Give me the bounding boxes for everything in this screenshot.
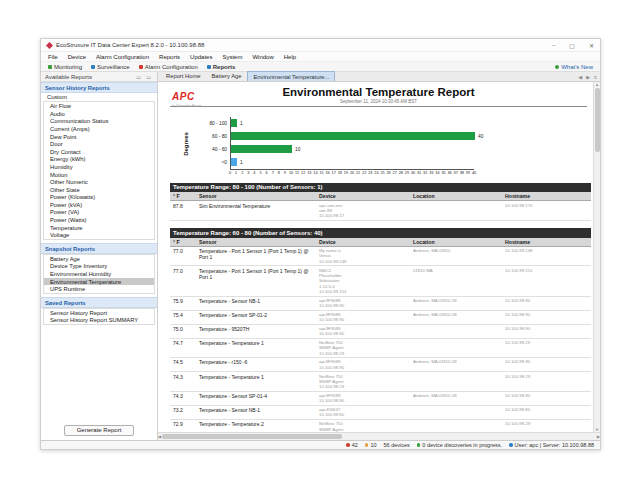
menu-item-reports[interactable]: Reports bbox=[159, 54, 180, 60]
cell-hostname: 10.100.98.90 bbox=[502, 326, 591, 331]
temperature-range-table: Temperature Range: 60 - 80 (Number of Se… bbox=[170, 228, 591, 432]
sidebar-item-battery-age[interactable]: Battery Age bbox=[44, 255, 154, 263]
status-text: 42 bbox=[352, 442, 358, 448]
scroll-up-icon[interactable]: ▲ bbox=[595, 82, 599, 87]
report-menu-icon[interactable]: ≡ bbox=[594, 74, 597, 80]
tab-environmental-temperature-[interactable]: Environmental Temperature... bbox=[247, 71, 335, 81]
column-header-device[interactable]: Device bbox=[316, 193, 410, 199]
generate-report-button[interactable]: Generate Report bbox=[64, 425, 135, 436]
vertical-scrollbar[interactable]: ▲ ▼ bbox=[593, 82, 600, 432]
column-header-device[interactable]: Device bbox=[316, 239, 410, 245]
sidebar-item-voltage[interactable]: Voltage bbox=[44, 231, 154, 239]
chart-bar-track: 1 bbox=[230, 156, 474, 169]
cell-device: apc-sim-env sim-98 10.100.98.17 bbox=[316, 203, 410, 219]
sidebar-item-other-state[interactable]: Other State bbox=[44, 186, 154, 194]
chart-bar-row: 40 - 6010 bbox=[200, 143, 490, 156]
horizontal-scrollbar[interactable]: ◀ ▶ bbox=[158, 432, 600, 440]
report-nav-back-icon[interactable]: ◀ bbox=[578, 74, 582, 80]
report-nav-forward-icon[interactable]: ▶ bbox=[586, 74, 590, 80]
horizontal-scroll-thumb[interactable] bbox=[162, 434, 342, 439]
sidebar-item-audio[interactable]: Audio bbox=[44, 110, 154, 118]
sidebar-item-current--amps-[interactable]: Current (Amps) bbox=[44, 125, 154, 133]
menu-item-updates[interactable]: Updates bbox=[190, 54, 212, 60]
sidebar-item-temperature[interactable]: Temperature bbox=[44, 224, 154, 232]
sidebar-item-environmental-humidity[interactable]: Environmental Humidity bbox=[44, 270, 154, 278]
chart-x-tick: 20 bbox=[350, 171, 354, 175]
report-date: September 11, 2024 10:30:45 AM BST bbox=[170, 99, 587, 104]
cell-device: apc9F9089 10.100.98.90 bbox=[316, 359, 410, 370]
menu-item-alarm-configuration[interactable]: Alarm Configuration bbox=[96, 54, 149, 60]
sidebar-item-ups-runtime[interactable]: UPS Runtime bbox=[44, 285, 154, 293]
sidebar-item-power--kilowatts-[interactable]: Power (Kilowatts) bbox=[44, 194, 154, 202]
sidebar-item-air-flow[interactable]: Air Flow bbox=[44, 102, 154, 110]
cell-sensor: Temperature - Sensor SP-01-4 bbox=[196, 393, 316, 399]
cell-location: Andover, MA 01810-58 bbox=[410, 359, 502, 364]
status-segment: 10 bbox=[365, 442, 377, 448]
cell-location: Andover, MA 01810-58 bbox=[410, 393, 502, 398]
vertical-scroll-thumb[interactable] bbox=[595, 88, 600, 152]
table-row: 74.3Temperature - Temperature 1NetBotz 7… bbox=[170, 372, 591, 391]
column-header-f[interactable]: ° F bbox=[170, 239, 196, 245]
temperature-bar-chart: Degrees 80 - 100160 - 804040 - 6010<01 0… bbox=[200, 117, 490, 176]
column-header-hostname[interactable]: Hostname bbox=[502, 193, 591, 199]
sidebar-item-custom[interactable]: Custom bbox=[41, 93, 157, 101]
perspective-tab-surveillance[interactable]: Surveillance bbox=[91, 64, 130, 70]
column-header-sensor[interactable]: Sensor bbox=[196, 193, 316, 199]
chart-x-tick: 11 bbox=[295, 171, 299, 175]
cell-hostname: 10.100.98.80 bbox=[502, 407, 591, 412]
table-row: 72.9Temperature - Temperature 2NetBotz 7… bbox=[170, 420, 591, 432]
status-dot-icon bbox=[365, 443, 369, 447]
perspective-tab-monitoring[interactable]: Monitoring bbox=[48, 64, 82, 70]
close-icon[interactable]: ✕ bbox=[589, 42, 594, 49]
maximize-icon[interactable]: ▢ bbox=[569, 42, 575, 49]
cell-hostname: 10.100.98.29 bbox=[502, 421, 591, 426]
sidebar-item-other-numeric[interactable]: Other Numeric bbox=[44, 178, 154, 186]
perspective-tab-label: Reports bbox=[213, 64, 236, 70]
tab-report-home[interactable]: Report Home bbox=[161, 71, 205, 81]
sidebar-item-communication-status[interactable]: Communication Status bbox=[44, 118, 154, 126]
sidebar-item-power--va-[interactable]: Power (VA) bbox=[44, 209, 154, 217]
menu-item-system[interactable]: System bbox=[222, 54, 242, 60]
menu-item-device[interactable]: Device bbox=[68, 54, 86, 60]
sidebar-item-sensor-history-report[interactable]: Sensor History Report bbox=[44, 309, 154, 317]
sidebar-item-device-type-inventory[interactable]: Device Type Inventory bbox=[44, 263, 154, 271]
chart-x-tick: 18 bbox=[338, 171, 342, 175]
report-header: APC by Schneider Electric Environmental … bbox=[170, 86, 587, 107]
table-row: 75.9Temperature - Sensor NB-1apc9F9089 1… bbox=[170, 297, 591, 311]
menu-item-file[interactable]: File bbox=[48, 54, 58, 60]
sidebar-item-door[interactable]: Door bbox=[44, 140, 154, 148]
status-segment: 0 device discoveries in progress. bbox=[417, 442, 502, 448]
chart-x-tick: 40 bbox=[472, 171, 476, 175]
sidebar-item-energy--kwh-[interactable]: Energy (kWh) bbox=[44, 156, 154, 164]
whats-new-link[interactable]: What's New bbox=[555, 64, 593, 70]
sidebar-item-environmental-temperature[interactable]: Environmental Temperature bbox=[44, 278, 154, 286]
sidebar-item-power--kva-[interactable]: Power (kVA) bbox=[44, 201, 154, 209]
minimize-icon[interactable]: – bbox=[552, 42, 555, 49]
table-row: 74.3Temperature - Sensor SP-01-4apc9F908… bbox=[170, 392, 591, 406]
table-row: 74.7Temperature - Temperature 1NetBotz 7… bbox=[170, 339, 591, 358]
sidebar-item-motion[interactable]: Motion bbox=[44, 171, 154, 179]
column-header-location[interactable]: Location bbox=[410, 239, 502, 245]
column-header-f[interactable]: ° F bbox=[170, 193, 196, 199]
menu-item-window[interactable]: Window bbox=[252, 54, 273, 60]
report-tab-bar: Report HomeBattery AgeEnvironmental Temp… bbox=[158, 72, 600, 82]
chart-x-tick: 22 bbox=[362, 171, 366, 175]
sidebar-item-power--watts-[interactable]: Power (Watts) bbox=[44, 216, 154, 224]
sidebar-collapse-icon[interactable]: ▭ ▭ bbox=[136, 74, 153, 80]
sidebar-header-label: Available Reports bbox=[45, 74, 92, 80]
sidebar-item-humidity[interactable]: Humidity bbox=[44, 163, 154, 171]
sidebar-item-dry-contact[interactable]: Dry Contact bbox=[44, 148, 154, 156]
table-row: 75.4Temperature - Sensor SP-01-2apc9F908… bbox=[170, 311, 591, 325]
scroll-right-icon[interactable]: ▶ bbox=[597, 434, 600, 439]
perspective-tab-reports[interactable]: Reports bbox=[207, 64, 236, 70]
perspective-tab-alarm-configuration[interactable]: Alarm Configuration bbox=[139, 64, 198, 70]
column-header-hostname[interactable]: Hostname bbox=[502, 239, 591, 245]
sidebar-item-sensor-history-report-summary[interactable]: Sensor History Report SUMMARY bbox=[44, 317, 154, 325]
perspective-tab-label: Alarm Configuration bbox=[145, 64, 198, 70]
sidebar-item-dew-point[interactable]: Dew Point bbox=[44, 133, 154, 141]
scroll-left-icon[interactable]: ◀ bbox=[158, 434, 161, 439]
tab-battery-age[interactable]: Battery Age bbox=[206, 71, 246, 81]
column-header-location[interactable]: Location bbox=[410, 193, 502, 199]
menu-item-help[interactable]: Help bbox=[284, 54, 296, 60]
column-header-sensor[interactable]: Sensor bbox=[196, 239, 316, 245]
